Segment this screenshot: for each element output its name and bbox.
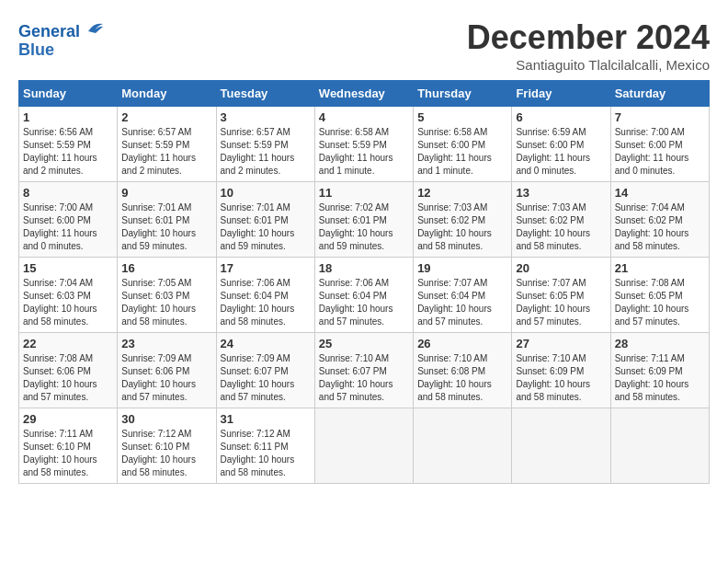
calendar-cell — [414, 408, 512, 484]
day-number: 7 — [615, 110, 705, 124]
weekday-header-sunday: Sunday — [19, 81, 118, 107]
calendar-cell: 17Sunrise: 7:06 AMSunset: 6:04 PMDayligh… — [216, 258, 314, 333]
calendar-cell: 2Sunrise: 6:57 AMSunset: 5:59 PMDaylight… — [118, 107, 216, 182]
calendar-cell: 7Sunrise: 7:00 AMSunset: 6:00 PMDaylight… — [610, 107, 709, 182]
calendar-cell: 6Sunrise: 6:59 AMSunset: 6:00 PMDaylight… — [512, 107, 610, 182]
calendar-cell: 5Sunrise: 6:58 AMSunset: 6:00 PMDaylight… — [414, 107, 512, 182]
day-number: 24 — [221, 337, 311, 350]
calendar-cell: 20Sunrise: 7:07 AMSunset: 6:05 PMDayligh… — [512, 258, 610, 333]
day-number: 27 — [516, 337, 606, 350]
day-info: Sunrise: 7:07 AMSunset: 6:05 PMDaylight:… — [516, 277, 606, 328]
calendar-cell: 21Sunrise: 7:08 AMSunset: 6:05 PMDayligh… — [610, 258, 709, 333]
calendar-cell: 24Sunrise: 7:09 AMSunset: 6:07 PMDayligh… — [216, 333, 314, 408]
calendar-week-row: 1Sunrise: 6:56 AMSunset: 5:59 PMDaylight… — [19, 107, 710, 182]
day-number: 14 — [615, 186, 705, 200]
day-number: 9 — [121, 186, 211, 200]
day-number: 17 — [221, 261, 311, 275]
calendar-cell: 18Sunrise: 7:06 AMSunset: 6:04 PMDayligh… — [314, 258, 413, 333]
calendar-week-row: 15Sunrise: 7:04 AMSunset: 6:03 PMDayligh… — [19, 258, 710, 333]
day-info: Sunrise: 7:03 AMSunset: 6:02 PMDaylight:… — [417, 201, 507, 253]
day-info: Sunrise: 7:12 AMSunset: 6:10 PMDaylight:… — [121, 428, 211, 479]
day-number: 8 — [23, 186, 113, 200]
day-number: 30 — [121, 412, 211, 426]
day-info: Sunrise: 7:10 AMSunset: 6:08 PMDaylight:… — [417, 352, 507, 404]
calendar-cell: 10Sunrise: 7:01 AMSunset: 6:01 PMDayligh… — [216, 182, 314, 258]
day-info: Sunrise: 7:09 AMSunset: 6:06 PMDaylight:… — [121, 352, 211, 404]
day-number: 15 — [23, 261, 113, 275]
calendar-cell — [512, 408, 610, 484]
day-info: Sunrise: 7:07 AMSunset: 6:04 PMDaylight:… — [417, 277, 507, 328]
calendar-cell: 31Sunrise: 7:12 AMSunset: 6:11 PMDayligh… — [216, 408, 314, 484]
calendar-cell: 19Sunrise: 7:07 AMSunset: 6:04 PMDayligh… — [414, 258, 512, 333]
day-number: 10 — [221, 186, 311, 200]
calendar-cell — [610, 408, 709, 484]
calendar-cell: 30Sunrise: 7:12 AMSunset: 6:10 PMDayligh… — [118, 408, 216, 484]
calendar-cell: 22Sunrise: 7:08 AMSunset: 6:06 PMDayligh… — [19, 333, 118, 408]
page-header: General Blue December 2024 Santiaguito T… — [18, 18, 710, 73]
day-info: Sunrise: 7:11 AMSunset: 6:09 PMDaylight:… — [615, 352, 705, 404]
day-number: 2 — [121, 110, 211, 124]
day-info: Sunrise: 7:04 AMSunset: 6:03 PMDaylight:… — [23, 277, 113, 328]
day-number: 26 — [417, 337, 507, 350]
day-number: 12 — [417, 186, 507, 200]
calendar-cell: 16Sunrise: 7:05 AMSunset: 6:03 PMDayligh… — [118, 258, 216, 333]
calendar-body: 1Sunrise: 6:56 AMSunset: 5:59 PMDaylight… — [19, 107, 710, 484]
day-number: 25 — [319, 337, 409, 350]
calendar-cell: 9Sunrise: 7:01 AMSunset: 6:01 PMDaylight… — [118, 182, 216, 258]
day-info: Sunrise: 7:06 AMSunset: 6:04 PMDaylight:… — [221, 277, 311, 328]
calendar-table: SundayMondayTuesdayWednesdayThursdayFrid… — [18, 80, 710, 484]
calendar-cell: 15Sunrise: 7:04 AMSunset: 6:03 PMDayligh… — [19, 258, 118, 333]
weekday-header-friday: Friday — [512, 81, 610, 107]
day-info: Sunrise: 7:04 AMSunset: 6:02 PMDaylight:… — [615, 201, 705, 253]
weekday-header-thursday: Thursday — [414, 81, 512, 107]
calendar-cell — [314, 408, 413, 484]
calendar-cell: 8Sunrise: 7:00 AMSunset: 6:00 PMDaylight… — [19, 182, 118, 258]
day-info: Sunrise: 7:05 AMSunset: 6:03 PMDaylight:… — [121, 277, 211, 328]
calendar-cell: 12Sunrise: 7:03 AMSunset: 6:02 PMDayligh… — [414, 182, 512, 258]
title-block: December 2024 Santiaguito Tlalcilalcalli… — [467, 18, 710, 73]
logo-bird-icon — [86, 18, 105, 37]
calendar-header-row: SundayMondayTuesdayWednesdayThursdayFrid… — [19, 81, 710, 107]
day-info: Sunrise: 6:57 AMSunset: 5:59 PMDaylight:… — [121, 126, 211, 178]
day-info: Sunrise: 6:56 AMSunset: 5:59 PMDaylight:… — [23, 126, 113, 178]
day-info: Sunrise: 7:01 AMSunset: 6:01 PMDaylight:… — [221, 201, 311, 253]
calendar-cell: 3Sunrise: 6:57 AMSunset: 5:59 PMDaylight… — [216, 107, 314, 182]
weekday-header-monday: Monday — [118, 81, 216, 107]
weekday-header-tuesday: Tuesday — [216, 81, 314, 107]
day-info: Sunrise: 7:00 AMSunset: 6:00 PMDaylight:… — [615, 126, 705, 178]
day-info: Sunrise: 6:59 AMSunset: 6:00 PMDaylight:… — [516, 126, 606, 178]
day-info: Sunrise: 7:11 AMSunset: 6:10 PMDaylight:… — [23, 428, 113, 479]
calendar-cell: 13Sunrise: 7:03 AMSunset: 6:02 PMDayligh… — [512, 182, 610, 258]
day-info: Sunrise: 7:02 AMSunset: 6:01 PMDaylight:… — [319, 201, 409, 253]
day-number: 18 — [319, 261, 409, 275]
day-number: 5 — [417, 110, 507, 124]
day-number: 16 — [121, 261, 211, 275]
day-number: 11 — [319, 186, 409, 200]
day-info: Sunrise: 7:10 AMSunset: 6:09 PMDaylight:… — [516, 352, 606, 404]
day-number: 23 — [121, 337, 211, 350]
day-number: 1 — [23, 110, 113, 124]
weekday-header-wednesday: Wednesday — [314, 81, 413, 107]
day-info: Sunrise: 7:09 AMSunset: 6:07 PMDaylight:… — [221, 352, 311, 404]
day-number: 31 — [221, 412, 311, 426]
logo-text: General — [18, 18, 105, 41]
day-number: 6 — [516, 110, 606, 124]
day-info: Sunrise: 7:08 AMSunset: 6:06 PMDaylight:… — [23, 352, 113, 404]
day-info: Sunrise: 7:01 AMSunset: 6:01 PMDaylight:… — [121, 201, 211, 253]
day-number: 20 — [516, 261, 606, 275]
calendar-week-row: 8Sunrise: 7:00 AMSunset: 6:00 PMDaylight… — [19, 182, 710, 258]
calendar-week-row: 22Sunrise: 7:08 AMSunset: 6:06 PMDayligh… — [19, 333, 710, 408]
calendar-cell: 1Sunrise: 6:56 AMSunset: 5:59 PMDaylight… — [19, 107, 118, 182]
calendar-cell: 25Sunrise: 7:10 AMSunset: 6:07 PMDayligh… — [314, 333, 413, 408]
weekday-header-saturday: Saturday — [610, 81, 709, 107]
logo-text-blue: Blue — [18, 41, 105, 60]
day-info: Sunrise: 7:08 AMSunset: 6:05 PMDaylight:… — [615, 277, 705, 328]
day-number: 29 — [23, 412, 113, 426]
calendar-cell: 11Sunrise: 7:02 AMSunset: 6:01 PMDayligh… — [314, 182, 413, 258]
day-info: Sunrise: 6:58 AMSunset: 5:59 PMDaylight:… — [319, 126, 409, 178]
day-info: Sunrise: 7:12 AMSunset: 6:11 PMDaylight:… — [221, 428, 311, 479]
day-number: 4 — [319, 110, 409, 124]
location-title: Santiaguito Tlalcilalcalli, Mexico — [467, 57, 710, 73]
calendar-cell: 14Sunrise: 7:04 AMSunset: 6:02 PMDayligh… — [610, 182, 709, 258]
day-info: Sunrise: 6:58 AMSunset: 6:00 PMDaylight:… — [417, 126, 507, 178]
